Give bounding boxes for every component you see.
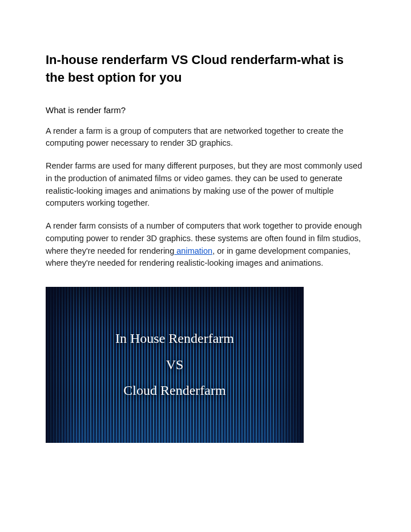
- hero-line-1: In House Renderfarm: [115, 326, 234, 352]
- hero-datacenter-image: In House Renderfarm VS Cloud Renderfarm: [46, 287, 304, 443]
- paragraph-intro: A render a farm is a group of computers …: [46, 125, 365, 150]
- hero-overlay-text: In House Renderfarm VS Cloud Renderfarm: [115, 326, 234, 404]
- hero-line-3: Cloud Renderfarm: [115, 378, 234, 404]
- hero-line-2: VS: [115, 352, 234, 378]
- paragraph-uses: Render farms are used for many different…: [46, 160, 365, 210]
- page-title: In-house renderfarm VS Cloud renderfarm-…: [46, 51, 365, 87]
- animation-link[interactable]: animation: [174, 246, 212, 255]
- section-subheading: What is render farm?: [46, 105, 365, 115]
- paragraph-details: A render farm consists of a number of co…: [46, 220, 365, 270]
